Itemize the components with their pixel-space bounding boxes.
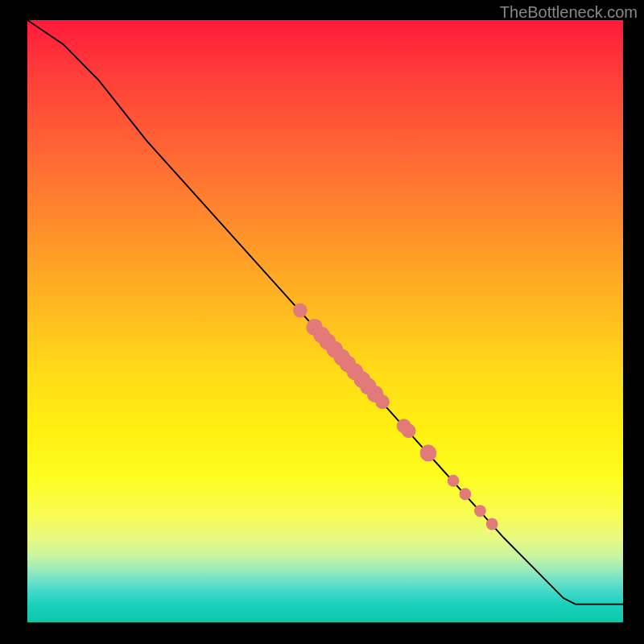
data-point xyxy=(448,475,460,487)
chart-svg xyxy=(27,20,623,622)
chart-curve xyxy=(27,20,623,605)
watermark-text: TheBottleneck.com xyxy=(500,3,638,22)
chart-plot-area xyxy=(27,20,623,622)
data-point xyxy=(474,505,486,517)
data-point xyxy=(375,394,390,409)
data-point xyxy=(460,488,472,500)
data-point xyxy=(420,444,437,461)
data-point xyxy=(486,518,498,530)
data-point xyxy=(402,423,416,438)
data-point xyxy=(293,303,308,318)
